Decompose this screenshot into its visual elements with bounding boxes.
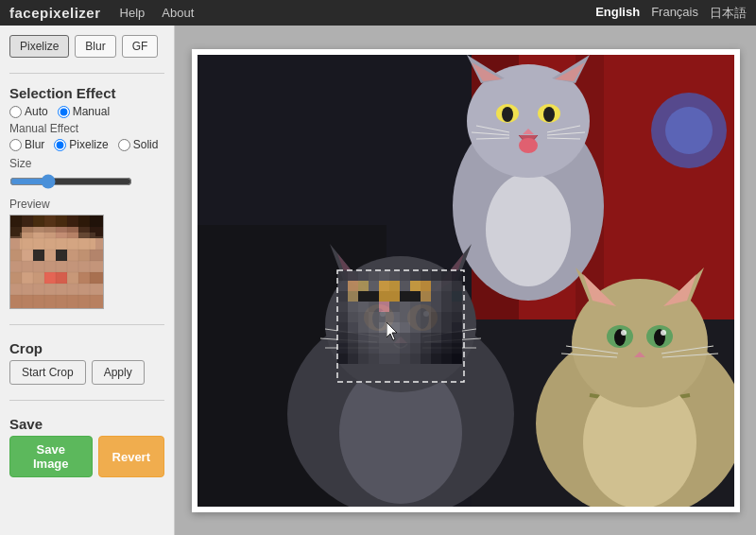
preview-section: Preview [9,198,164,309]
svg-rect-5 [33,216,44,227]
gf-button[interactable]: GF [122,35,159,58]
size-section: Size [9,157,164,192]
svg-rect-221 [431,354,441,364]
svg-rect-146 [400,291,410,302]
selection-effect-section: Selection Effect Auto Manual Manual Effe… [9,85,164,313]
svg-rect-140 [337,291,348,302]
blur-effect-radio[interactable] [9,139,22,151]
save-section: Save Save Image Revert [9,416,164,477]
manual-label: Manual [73,105,110,118]
svg-rect-22 [44,250,56,261]
mode-radio-group: Auto Manual [9,105,164,118]
svg-rect-209 [431,343,441,354]
divider-2 [9,324,164,325]
start-crop-button[interactable]: Start Crop [9,360,86,385]
auto-radio[interactable] [9,106,22,118]
nav-about[interactable]: About [158,6,198,20]
svg-rect-165 [348,312,358,322]
svg-rect-212 [337,354,348,364]
svg-rect-188 [337,333,348,343]
pixelize-effect-radio[interactable] [54,139,66,151]
revert-button[interactable]: Revert [98,436,164,477]
auto-radio-label[interactable]: Auto [9,105,48,118]
svg-rect-29 [33,272,44,284]
svg-rect-121 [389,270,400,281]
svg-rect-131 [369,281,379,291]
svg-rect-8 [67,216,78,227]
crop-buttons: Start Crop Apply [9,360,164,385]
svg-rect-24 [67,250,78,261]
solid-effect-radio-label[interactable]: Solid [118,138,159,151]
crop-section: Crop Start Crop Apply [9,340,164,385]
nav-help[interactable]: Help [116,6,149,20]
svg-rect-160 [421,302,431,312]
svg-rect-191 [369,333,379,343]
svg-rect-158 [400,302,410,312]
preview-box [9,215,104,309]
preview-label: Preview [9,198,164,211]
svg-rect-12 [22,227,33,238]
lang-english[interactable]: English [595,5,640,22]
crop-title: Crop [9,340,164,356]
svg-rect-166 [358,312,369,322]
svg-rect-184 [421,322,431,333]
svg-rect-152 [337,302,348,312]
size-label: Size [9,157,164,170]
svg-rect-142 [358,291,369,302]
svg-rect-167 [369,312,379,322]
svg-rect-34 [90,272,104,284]
svg-rect-27 [10,272,22,284]
sidebar: Pixelize Blur GF Selection Effect Auto M… [0,26,175,535]
svg-rect-149 [431,291,441,302]
lang-french[interactable]: Français [651,5,698,22]
size-slider[interactable] [9,174,132,189]
manual-radio-label[interactable]: Manual [58,105,110,118]
svg-rect-162 [441,302,452,312]
svg-rect-17 [78,227,90,238]
preview-image-svg [10,216,104,309]
svg-rect-190 [358,333,369,343]
svg-rect-156 [379,302,389,312]
svg-rect-132 [379,281,389,291]
svg-rect-128 [337,281,348,291]
svg-rect-186 [441,322,452,333]
svg-rect-203 [369,343,379,354]
blur-effect-radio-label[interactable]: Blur [9,138,44,151]
svg-rect-206 [400,343,410,354]
svg-rect-23 [56,250,67,261]
svg-rect-125 [431,270,441,281]
svg-point-65 [502,107,513,122]
svg-rect-187 [452,322,462,333]
svg-rect-16 [67,227,78,238]
blur-button[interactable]: Blur [75,35,115,58]
app-title: facepixelizer [9,5,101,21]
svg-rect-136 [421,281,431,291]
solid-effect-radio[interactable] [118,139,130,151]
image-container[interactable] [192,49,740,512]
svg-rect-6 [44,216,56,227]
svg-rect-144 [379,291,389,302]
svg-rect-130 [358,281,369,291]
lang-japanese[interactable]: 日本語 [710,5,747,22]
pixelize-effect-radio-label[interactable]: Pixelize [54,138,108,151]
manual-radio[interactable] [58,106,70,118]
svg-rect-15 [56,227,67,238]
svg-rect-210 [441,343,452,354]
divider-3 [9,400,164,401]
svg-rect-145 [389,291,400,302]
main-image[interactable] [198,55,734,507]
svg-rect-153 [348,302,358,312]
svg-rect-204 [379,343,389,354]
svg-rect-129 [348,281,358,291]
svg-rect-193 [389,333,400,343]
svg-point-66 [543,107,555,122]
svg-rect-202 [358,343,369,354]
pixelize-button[interactable]: Pixelize [9,35,69,58]
apply-button[interactable]: Apply [92,360,145,385]
svg-point-114 [665,107,713,154]
save-image-button[interactable]: Save Image [9,436,93,477]
svg-rect-20 [22,250,33,261]
svg-rect-215 [369,354,379,364]
svg-rect-213 [348,354,358,364]
canvas-area[interactable] [175,26,756,535]
